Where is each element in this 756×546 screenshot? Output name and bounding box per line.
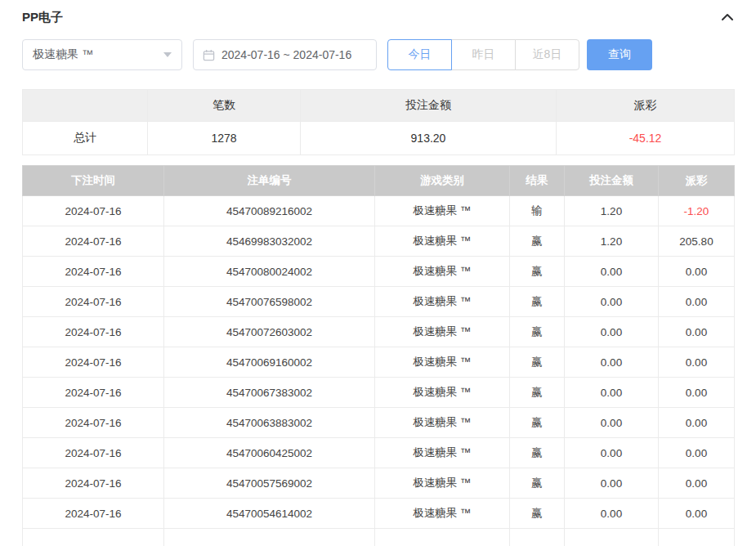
bet-table-header-row: 下注时间 注单编号 游戏类别 结果 投注金额 派彩	[23, 166, 735, 196]
cell-bet-amount: 0.00	[565, 347, 659, 378]
table-row: 2024-07-1645470080024002极速糖果 ™赢0.000.00	[23, 257, 735, 287]
cell-result: 赢	[510, 438, 565, 468]
summary-header-blank	[23, 90, 148, 122]
bet-table-body: 2024-07-1645470089216002极速糖果 ™输1.20-1.20…	[23, 196, 735, 546]
summary-header-payout: 派彩	[557, 90, 735, 122]
cell-bet-id	[164, 529, 375, 546]
cell-bet-id: 45470054614002	[164, 499, 375, 529]
query-button[interactable]: 查询	[587, 39, 652, 70]
summary-header-row: 笔数 投注金额 派彩	[23, 90, 735, 122]
header-game-type: 游戏类别	[375, 166, 510, 196]
cell-bet-amount: 0.00	[565, 499, 659, 529]
cell-bet-time: 2024-07-16	[23, 408, 164, 438]
cell-bet-amount: 0.00	[565, 287, 659, 317]
cell-bet-time: 2024-07-16	[23, 196, 164, 226]
quick-range-button[interactable]: 今日	[387, 39, 452, 70]
table-row: 2024-07-1645470076598002极速糖果 ™赢0.000.00	[23, 287, 735, 317]
cell-game-type: 极速糖果 ™	[375, 196, 510, 226]
cell-bet-amount: 1.20	[565, 226, 659, 257]
cell-payout: 0.00	[659, 347, 735, 378]
cell-bet-time	[23, 529, 164, 546]
cell-bet-time: 2024-07-16	[23, 499, 164, 529]
cell-game-type: 极速糖果 ™	[375, 468, 510, 499]
cell-result: 赢	[510, 287, 565, 317]
date-range-value: 2024-07-16 ~ 2024-07-16	[221, 48, 351, 61]
cell-bet-amount: 0.00	[565, 468, 659, 499]
table-row: 2024-07-1645470067383002极速糖果 ™赢0.000.00	[23, 378, 735, 408]
cell-bet-id: 45470057569002	[164, 468, 375, 499]
cell-result: 赢	[510, 347, 565, 378]
summary-total-count: 1278	[148, 122, 301, 155]
table-row: 2024-07-1645470057569002极速糖果 ™赢0.000.00	[23, 468, 735, 499]
cell-bet-amount: 0.00	[565, 257, 659, 287]
cell-bet-amount: 1.20	[565, 196, 659, 226]
cell-result: 赢	[510, 468, 565, 499]
summary-header-bet-amount: 投注金额	[301, 90, 557, 122]
cell-bet-id: 45470069160002	[164, 347, 375, 378]
cell-payout: 0.00	[659, 257, 735, 287]
cell-bet-amount	[565, 529, 659, 546]
summary-total-payout: -45.12	[557, 122, 735, 155]
cell-game-type: 极速糖果 ™	[375, 226, 510, 257]
filter-row: 极速糖果 ™ 2024-07-16 ~ 2024-07-16 今日 昨日 近8日…	[22, 39, 734, 70]
cell-payout: 205.80	[659, 226, 735, 257]
cell-bet-id: 45470063883002	[164, 408, 375, 438]
summary-total-row: 总计 1278 913.20 -45.12	[23, 122, 735, 155]
cell-bet-id: 45470076598002	[164, 287, 375, 317]
cell-payout: 0.00	[659, 468, 735, 499]
cell-bet-id: 45470067383002	[164, 378, 375, 408]
summary-table: 笔数 投注金额 派彩 总计 1278 913.20 -45.12	[22, 89, 735, 155]
cell-bet-id: 45470060425002	[164, 438, 375, 468]
cell-result: 赢	[510, 257, 565, 287]
cell-bet-id: 45470072603002	[164, 317, 375, 347]
cell-bet-amount: 0.00	[565, 408, 659, 438]
cell-game-type: 极速糖果 ™	[375, 378, 510, 408]
header-bet-id: 注单编号	[164, 166, 375, 196]
table-row: 2024-07-1645470063883002极速糖果 ™赢0.000.00	[23, 408, 735, 438]
cell-bet-id: 45470080024002	[164, 257, 375, 287]
summary-header-count: 笔数	[148, 90, 301, 122]
summary-total-label: 总计	[23, 122, 148, 155]
pp-electronic-panel: PP电子 极速糖果 ™ 2024-07-16 ~ 2024-07-16 今日 昨…	[0, 0, 756, 546]
cell-payout: 0.00	[659, 317, 735, 347]
cell-bet-amount: 0.00	[565, 378, 659, 408]
cell-payout	[659, 529, 735, 546]
cell-bet-id: 45470089216002	[164, 196, 375, 226]
header-result: 结果	[510, 166, 565, 196]
cell-result	[510, 529, 565, 546]
game-select[interactable]: 极速糖果 ™	[22, 39, 182, 70]
chevron-up-icon[interactable]	[721, 13, 734, 21]
date-range-picker[interactable]: 2024-07-16 ~ 2024-07-16	[193, 39, 377, 70]
cell-payout: 0.00	[659, 499, 735, 529]
table-row: 2024-07-1645470072603002极速糖果 ™赢0.000.00	[23, 317, 735, 347]
cell-bet-time: 2024-07-16	[23, 347, 164, 378]
calendar-icon	[203, 49, 215, 61]
cell-bet-amount: 0.00	[565, 438, 659, 468]
cell-payout: -1.20	[659, 196, 735, 226]
cell-result: 输	[510, 196, 565, 226]
cell-game-type: 极速糖果 ™	[375, 499, 510, 529]
cell-bet-time: 2024-07-16	[23, 317, 164, 347]
panel-header: PP电子	[22, 8, 734, 26]
quick-range-button[interactable]: 昨日	[451, 39, 516, 70]
cell-result: 赢	[510, 226, 565, 257]
cell-game-type	[375, 529, 510, 546]
cell-bet-time: 2024-07-16	[23, 257, 164, 287]
chevron-down-icon	[163, 52, 172, 57]
cell-bet-time: 2024-07-16	[23, 226, 164, 257]
cell-result: 赢	[510, 408, 565, 438]
cell-game-type: 极速糖果 ™	[375, 287, 510, 317]
header-bet-time: 下注时间	[23, 166, 164, 196]
quick-range-button[interactable]: 近8日	[515, 39, 579, 70]
cell-game-type: 极速糖果 ™	[375, 438, 510, 468]
table-row: 2024-07-1645470054614002极速糖果 ™赢0.000.00	[23, 499, 735, 529]
cell-bet-time: 2024-07-16	[23, 287, 164, 317]
cell-bet-id: 45469983032002	[164, 226, 375, 257]
cell-game-type: 极速糖果 ™	[375, 317, 510, 347]
cell-result: 赢	[510, 378, 565, 408]
cell-game-type: 极速糖果 ™	[375, 408, 510, 438]
cell-bet-time: 2024-07-16	[23, 378, 164, 408]
summary-total-bet-amount: 913.20	[301, 122, 557, 155]
cell-result: 赢	[510, 317, 565, 347]
cell-bet-amount: 0.00	[565, 317, 659, 347]
